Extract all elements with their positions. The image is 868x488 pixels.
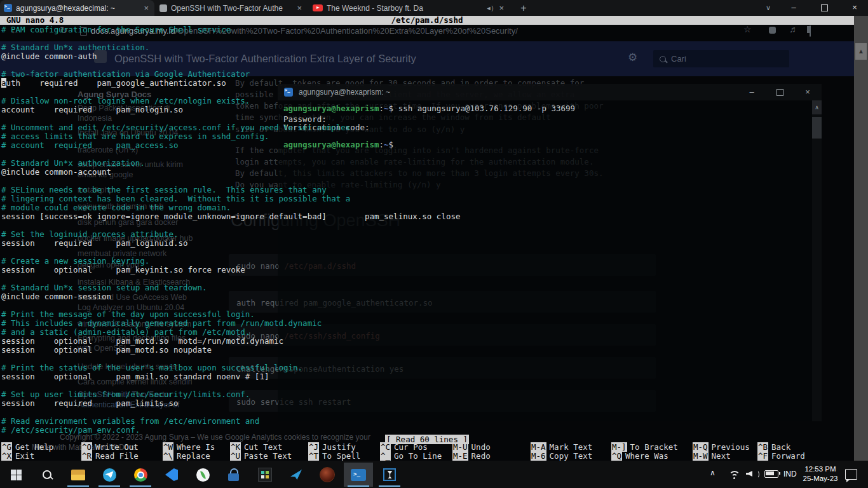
taskbar-remote-desktop-button[interactable]: [250, 463, 280, 487]
browser-tab-1[interactable]: agungsurya@hexadecimal: ~×: [0, 0, 154, 16]
nano-editor-terminal[interactable]: GNU nano 4.8 /etc/pam.d/sshd # PAM confi…: [0, 16, 854, 461]
shortcut-key: M-Q: [693, 442, 709, 452]
taskbar-lock-app-button[interactable]: [219, 463, 248, 487]
nano-line: [1, 408, 6, 417]
nano-line: # Standard Un*x authorization.: [1, 159, 145, 168]
nano-shortcut: M-AMark Text: [531, 443, 592, 451]
lock-app-icon: [228, 468, 240, 481]
shortcut-label: Redo: [468, 451, 491, 461]
tab-search-chevron-icon[interactable]: ∨: [760, 0, 776, 16]
nano-shortcut: M-6Copy Text: [531, 452, 592, 460]
nano-status-bar: [ Read 60 lines ]: [0, 433, 854, 442]
taskbar-screen-capture-button[interactable]: [375, 463, 404, 487]
paper-plane-app-icon: [290, 468, 302, 481]
nano-shortcut: M-]To Bracket: [611, 443, 678, 451]
tab-title: The Weeknd - Starboy ft. Da: [327, 4, 482, 13]
nano-line: [1, 248, 6, 257]
nano-shortcut: ^_Go To Line: [380, 452, 442, 460]
taskbar-powershell-button[interactable]: [344, 463, 373, 487]
nano-line: # This includes a dynamically generated …: [1, 319, 322, 328]
nano-line: # Standard Un*x session setup and teardo…: [1, 283, 207, 292]
browser-tab-3[interactable]: The Weeknd - Starboy ft. Da◄)×: [309, 0, 510, 16]
terminal-favicon-icon: [4, 4, 12, 12]
nano-line: # Set up user limits from /etc/security/…: [1, 390, 250, 399]
window-minimize-button[interactable]: –: [783, 0, 804, 16]
taskbar-paper-plane-app-button[interactable]: [281, 463, 311, 487]
nano-filename: /etc/pam.d/sshd: [0, 16, 854, 25]
shortcut-key: ^X: [1, 451, 12, 461]
nano-line: @include common-auth: [1, 52, 97, 61]
shortcut-label: Mark Text: [546, 442, 593, 452]
browser-tab-2[interactable]: OpenSSH with Two-Factor Authe×: [156, 0, 308, 16]
game-app-icon: [320, 467, 335, 482]
nano-line: # Uncomment and edit /etc/security/acces…: [1, 123, 350, 132]
shortcut-key: M-A: [531, 442, 546, 452]
tab-title: OpenSSH with Two-Factor Authe: [171, 4, 291, 13]
nano-line: # Set the loginuid process attribute.: [1, 230, 178, 239]
telegram-icon: [103, 468, 116, 482]
nano-line: session optional pam_mail.so standard no…: [1, 372, 269, 381]
running-indicator: [379, 485, 400, 487]
shortcut-key: ^R: [81, 451, 92, 461]
window-maximize-button[interactable]: [813, 0, 835, 16]
nano-line: @include common-account: [1, 168, 111, 177]
nano-line: # Standard Un*x authentication.: [1, 43, 149, 52]
battery-icon[interactable]: [764, 470, 778, 478]
shortcut-key: ^C: [380, 442, 391, 452]
running-indicator: [130, 485, 151, 487]
nano-line: # Read environment variables from /etc/e…: [1, 417, 259, 426]
shortcut-key: ^W: [163, 442, 173, 452]
tray-hidden-icons-chevron[interactable]: ∧: [710, 468, 715, 477]
shortcut-label: Read File: [92, 451, 139, 461]
taskbar-mongodb-compass-button[interactable]: [188, 463, 217, 487]
nano-shortcut: ^QWhere Was: [611, 452, 668, 460]
nano-shortcut: ^FForward: [757, 452, 805, 460]
new-tab-button[interactable]: +: [516, 1, 531, 15]
taskbar-start-button[interactable]: [1, 463, 31, 487]
nano-shortcut: ^JJustify: [308, 443, 356, 451]
scrollbar-up-arrow[interactable]: ▲: [855, 43, 867, 60]
shortcut-key: ^G: [1, 442, 12, 452]
shortcut-key: M-]: [611, 442, 627, 452]
nano-shortcut: ^RRead File: [81, 452, 139, 460]
tab-title: agungsurya@hexadecimal: ~: [16, 4, 138, 13]
nano-line: # access limits that are hard to express…: [1, 132, 269, 141]
taskbar-game-app-button[interactable]: [313, 463, 342, 487]
tab-close-icon[interactable]: ×: [142, 3, 151, 13]
shortcut-key: ^U: [230, 451, 241, 461]
shortcut-key: ^\: [163, 451, 173, 461]
shortcut-key: M-E: [452, 451, 468, 461]
taskbar-search-button[interactable]: [32, 463, 62, 487]
volume-icon[interactable]: [746, 470, 759, 478]
wifi-icon[interactable]: [728, 470, 740, 478]
browser-scrollbar[interactable]: [854, 16, 868, 461]
taskbar-chrome-button[interactable]: [126, 463, 155, 487]
nano-line: [1, 61, 6, 70]
nano-line: [1, 381, 6, 390]
tab-close-icon[interactable]: ×: [295, 3, 304, 13]
nano-line: [1, 114, 6, 123]
shortcut-label: Copy Text: [546, 451, 593, 461]
action-center-icon[interactable]: [845, 469, 857, 480]
shortcut-key: ^Q: [611, 451, 622, 461]
tab-audio-icon: ◄): [486, 5, 494, 11]
shortcut-key: ^F: [757, 451, 768, 461]
nano-line: [1, 177, 6, 186]
taskbar: ∧ IND 12:53 PM25-May-23: [0, 461, 868, 488]
nano-line: [1, 274, 6, 283]
taskbar-telegram-button[interactable]: [95, 463, 124, 487]
language-indicator[interactable]: IND: [783, 470, 797, 478]
nano-shortcut: ^\Replace: [163, 452, 210, 460]
window-close-button[interactable]: ×: [844, 0, 865, 16]
clock[interactable]: 12:53 PM25-May-23: [799, 464, 841, 484]
taskbar-vscode-button[interactable]: [157, 463, 186, 487]
shortcut-key: ^J: [308, 442, 319, 452]
shortcut-label: Cur Pos: [391, 442, 428, 452]
nano-line: [1, 88, 6, 97]
nano-title-bar: GNU nano 4.8 /etc/pam.d/sshd: [0, 16, 854, 25]
running-indicator: [98, 485, 120, 487]
screen-capture-icon: [383, 468, 396, 481]
taskbar-file-explorer-button[interactable]: [64, 463, 93, 487]
chrome-icon: [134, 468, 147, 482]
tab-close-icon[interactable]: ×: [497, 3, 506, 13]
